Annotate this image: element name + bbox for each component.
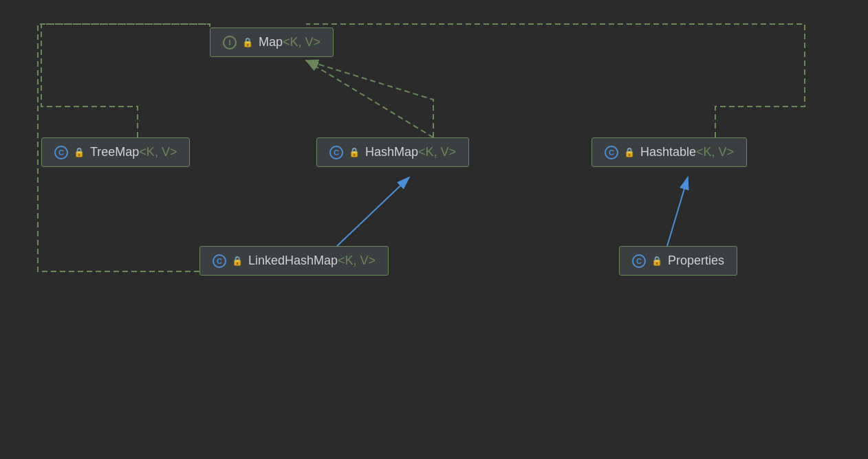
class-icon-linkedhashmap: C — [213, 254, 226, 268]
node-properties-label: Properties — [668, 254, 724, 268]
node-linkedhashmap-typeparam: <K, V> — [338, 254, 376, 267]
svg-line-2 — [306, 60, 433, 137]
lock-icon-treemap: 🔒 — [74, 147, 85, 157]
node-map[interactable]: I 🔒 Map<K, V> — [210, 27, 334, 57]
node-treemap-typeparam: <K, V> — [139, 145, 177, 159]
svg-line-4 — [667, 177, 688, 246]
diagram-container: I 🔒 Map<K, V> C 🔒 TreeMap<K, V> C 🔒 Hash… — [0, 0, 868, 459]
class-icon-hashmap: C — [329, 146, 343, 159]
node-linkedhashmap[interactable]: C 🔒 LinkedHashMap<K, V> — [199, 246, 389, 276]
lock-icon-hashtable: 🔒 — [624, 147, 635, 157]
svg-line-3 — [337, 177, 409, 246]
class-icon-treemap: C — [54, 146, 68, 159]
node-map-label: Map<K, V> — [259, 35, 321, 49]
node-hashmap-typeparam: <K, V> — [418, 145, 456, 159]
lock-icon-map: 🔒 — [242, 37, 253, 47]
connections-svg — [0, 0, 868, 459]
node-hashtable-typeparam: <K, V> — [696, 145, 734, 159]
node-linkedhashmap-label: LinkedHashMap<K, V> — [248, 254, 376, 268]
lock-icon-linkedhashmap: 🔒 — [232, 256, 243, 266]
interface-icon-map: I — [223, 36, 237, 49]
node-hashmap-label: HashMap<K, V> — [365, 145, 456, 159]
lock-icon-hashmap: 🔒 — [349, 147, 360, 157]
node-properties[interactable]: C 🔒 Properties — [619, 246, 737, 276]
node-hashmap[interactable]: C 🔒 HashMap<K, V> — [316, 137, 469, 167]
class-icon-hashtable: C — [605, 146, 618, 159]
node-map-typeparam: <K, V> — [283, 35, 321, 49]
node-treemap-label: TreeMap<K, V> — [90, 145, 177, 159]
node-treemap[interactable]: C 🔒 TreeMap<K, V> — [41, 137, 190, 167]
class-icon-properties: C — [632, 254, 646, 268]
lock-icon-properties: 🔒 — [651, 256, 662, 266]
node-hashtable[interactable]: C 🔒 Hashtable<K, V> — [592, 137, 747, 167]
node-hashtable-label: Hashtable<K, V> — [640, 145, 734, 159]
